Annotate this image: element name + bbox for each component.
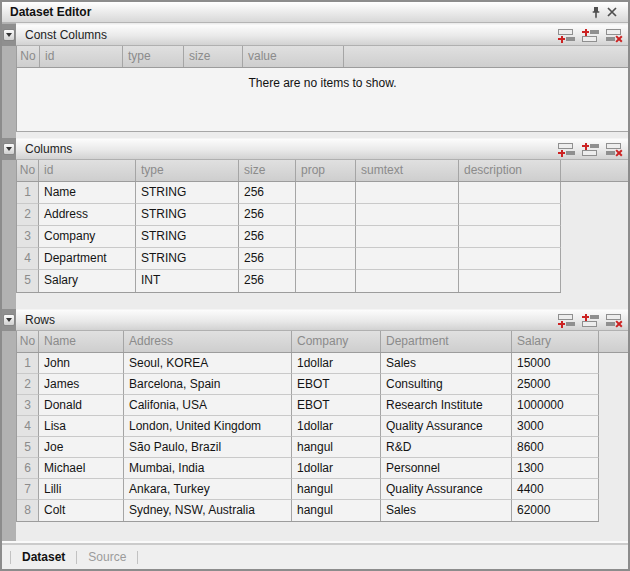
row-number-cell[interactable]: 5: [17, 270, 39, 292]
column-header-no[interactable]: No: [17, 46, 40, 67]
data-cell[interactable]: STRING: [136, 226, 239, 248]
row-number-cell[interactable]: 7: [17, 479, 39, 500]
data-cell[interactable]: [459, 248, 561, 270]
delete-row-button[interactable]: [606, 313, 623, 328]
data-cell[interactable]: [459, 204, 561, 226]
data-cell[interactable]: R&D: [381, 437, 512, 458]
collapse-const-columns-button[interactable]: [3, 29, 15, 41]
insert-row-button[interactable]: [582, 28, 599, 43]
tab-dataset[interactable]: Dataset: [12, 550, 75, 564]
column-header-size[interactable]: size: [239, 160, 296, 181]
column-header-type[interactable]: type: [136, 160, 239, 181]
column-header-description[interactable]: description: [459, 160, 561, 181]
data-cell[interactable]: Company: [39, 226, 136, 248]
data-cell[interactable]: Califonia, USA: [124, 395, 292, 416]
collapse-columns-button[interactable]: [3, 143, 15, 155]
data-cell[interactable]: [459, 270, 561, 292]
data-cell[interactable]: Colt: [39, 500, 124, 521]
data-cell[interactable]: [296, 270, 356, 292]
collapse-rows-button[interactable]: [3, 314, 15, 326]
data-cell[interactable]: [356, 182, 459, 204]
column-header-blank[interactable]: [561, 160, 628, 181]
column-header-no[interactable]: No: [17, 160, 39, 181]
row-number-cell[interactable]: 3: [17, 395, 39, 416]
data-cell[interactable]: Sydney, NSW, Australia: [124, 500, 292, 521]
data-cell[interactable]: [296, 226, 356, 248]
data-cell[interactable]: Lisa: [39, 416, 124, 437]
data-cell[interactable]: Sales: [381, 353, 512, 374]
data-cell[interactable]: 1dollar: [292, 458, 381, 479]
data-cell[interactable]: 1300: [512, 458, 599, 479]
insert-row-button[interactable]: [582, 142, 599, 157]
row-number-cell[interactable]: 5: [17, 437, 39, 458]
data-cell[interactable]: Mumbai, India: [124, 458, 292, 479]
data-cell[interactable]: 4400: [512, 479, 599, 500]
data-cell[interactable]: 15000: [512, 353, 599, 374]
column-header-department[interactable]: Department: [381, 331, 512, 352]
column-header-address[interactable]: Address: [124, 331, 292, 352]
add-row-button[interactable]: [558, 313, 575, 328]
data-cell[interactable]: 25000: [512, 374, 599, 395]
column-header-value[interactable]: value: [243, 46, 344, 67]
data-cell[interactable]: Sales: [381, 500, 512, 521]
data-cell[interactable]: Salary: [39, 270, 136, 292]
column-header-sumtext[interactable]: sumtext: [356, 160, 459, 181]
data-cell[interactable]: EBOT: [292, 374, 381, 395]
data-cell[interactable]: [356, 204, 459, 226]
row-number-cell[interactable]: 4: [17, 248, 39, 270]
tab-source[interactable]: Source: [78, 550, 136, 564]
column-header-id[interactable]: id: [40, 46, 123, 67]
data-cell[interactable]: hangul: [292, 479, 381, 500]
row-number-cell[interactable]: 1: [17, 182, 39, 204]
data-cell[interactable]: Research Institute: [381, 395, 512, 416]
column-header-blank[interactable]: [599, 331, 628, 352]
data-cell[interactable]: Personnel: [381, 458, 512, 479]
data-cell[interactable]: Seoul, KOREA: [124, 353, 292, 374]
data-cell[interactable]: Barcelona, Spain: [124, 374, 292, 395]
data-cell[interactable]: 256: [239, 226, 296, 248]
data-cell[interactable]: São Paulo, Brazil: [124, 437, 292, 458]
data-cell[interactable]: 62000: [512, 500, 599, 521]
data-cell[interactable]: 1dollar: [292, 353, 381, 374]
column-header-salary[interactable]: Salary: [512, 331, 599, 352]
insert-row-button[interactable]: [582, 313, 599, 328]
row-number-cell[interactable]: 2: [17, 204, 39, 226]
data-cell[interactable]: STRING: [136, 248, 239, 270]
data-cell[interactable]: EBOT: [292, 395, 381, 416]
data-cell[interactable]: hangul: [292, 500, 381, 521]
column-header-no[interactable]: No: [17, 331, 39, 352]
data-cell[interactable]: hangul: [292, 437, 381, 458]
data-cell[interactable]: Lilli: [39, 479, 124, 500]
column-header-company[interactable]: Company: [292, 331, 381, 352]
data-cell[interactable]: 256: [239, 270, 296, 292]
column-header-blank[interactable]: [344, 46, 628, 67]
add-row-button[interactable]: [558, 28, 575, 43]
column-header-name[interactable]: Name: [39, 331, 124, 352]
data-cell[interactable]: [296, 182, 356, 204]
data-cell[interactable]: Department: [39, 248, 136, 270]
data-cell[interactable]: [356, 226, 459, 248]
data-cell[interactable]: [459, 226, 561, 248]
row-number-cell[interactable]: 6: [17, 458, 39, 479]
delete-row-button[interactable]: [606, 142, 623, 157]
column-header-size[interactable]: size: [184, 46, 243, 67]
data-cell[interactable]: 256: [239, 182, 296, 204]
close-button[interactable]: [604, 4, 620, 20]
add-row-button[interactable]: [558, 142, 575, 157]
data-cell[interactable]: Michael: [39, 458, 124, 479]
row-number-cell[interactable]: 8: [17, 500, 39, 521]
data-cell[interactable]: 256: [239, 248, 296, 270]
data-cell[interactable]: Address: [39, 204, 136, 226]
data-cell[interactable]: [356, 270, 459, 292]
data-cell[interactable]: 1000000: [512, 395, 599, 416]
row-number-cell[interactable]: 1: [17, 353, 39, 374]
data-cell[interactable]: STRING: [136, 182, 239, 204]
data-cell[interactable]: [459, 182, 561, 204]
data-cell[interactable]: Ankara, Turkey: [124, 479, 292, 500]
data-cell[interactable]: London, United Kingdom: [124, 416, 292, 437]
data-cell[interactable]: Consulting: [381, 374, 512, 395]
column-header-type[interactable]: type: [123, 46, 184, 67]
data-cell[interactable]: 8600: [512, 437, 599, 458]
data-cell[interactable]: 3000: [512, 416, 599, 437]
delete-row-button[interactable]: [606, 28, 623, 43]
